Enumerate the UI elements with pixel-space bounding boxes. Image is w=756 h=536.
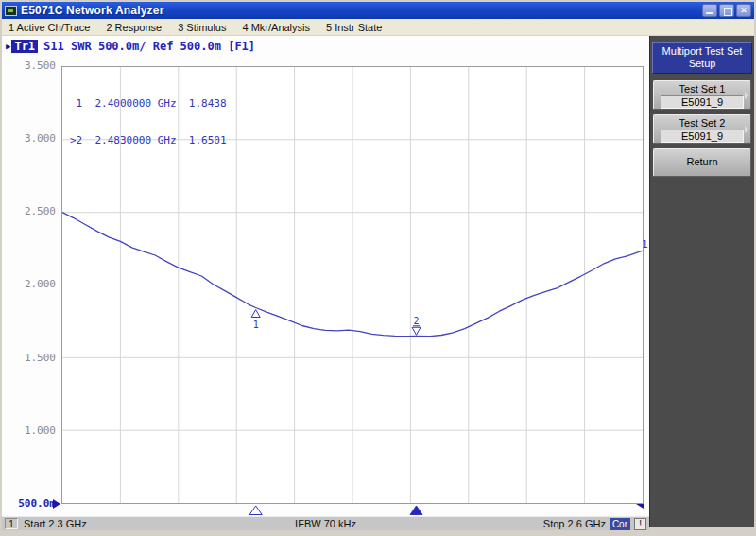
softkey-test-set-2[interactable]: Test Set 2 E5091_9	[653, 114, 751, 144]
minimize-button[interactable]	[702, 4, 717, 17]
marker-readout: 1 2.4000000 GHz 1.8438 >2 2.4830000 GHz …	[70, 73, 227, 171]
y-axis-label: 3.500	[2, 60, 56, 73]
trace-selector-tr1[interactable]: Tr1	[11, 40, 38, 53]
window-title: E5071C Network Analyzer	[21, 4, 164, 17]
y-axis-label: 1.500	[2, 352, 56, 365]
menu-stimulus[interactable]: 3 Stimulus	[178, 22, 226, 33]
window-controls	[702, 4, 751, 17]
softkey-value: E5091_9	[661, 130, 744, 143]
menu-mkr-analysis[interactable]: 4 Mkr/Analysis	[242, 22, 310, 33]
submenu-arrow-icon	[745, 92, 749, 99]
submenu-arrow-icon	[745, 126, 749, 133]
status-bar: 1 Start 2.3 GHz IFBW 70 kHz Stop 2.6 GHz…	[2, 516, 649, 530]
app-icon[interactable]	[5, 6, 17, 16]
active-trace-arrow-icon: ▶	[6, 42, 10, 51]
softkey-menu-title: Multiport Test Set Setup	[652, 42, 752, 74]
reference-level-arrow-left-icon	[53, 499, 60, 509]
y-axis-label: 3.000	[2, 132, 56, 146]
softkey-return[interactable]: Return	[653, 148, 751, 177]
instrument-alert-indicator: !	[634, 518, 646, 530]
marker-2-symbol[interactable]	[412, 327, 421, 335]
ifbw-value: IFBW 70 kHz	[295, 518, 356, 529]
graticule: 112 1 2.4000000 GHz 1.8438 >2 2.4830000 …	[61, 66, 644, 504]
close-button[interactable]	[736, 4, 751, 17]
restore-button[interactable]	[719, 4, 734, 17]
correction-status-badge: Cor	[610, 518, 630, 530]
trace-number-label: 1	[642, 238, 648, 251]
reference-level-label: 500.0m	[2, 497, 56, 510]
marker-1-stimulus-indicator[interactable]	[249, 506, 262, 515]
menu-bar: 1 Active Ch/Trace 2 Response 3 Stimulus …	[2, 19, 754, 36]
analyzer-window: E5071C Network Analyzer 1 Active Ch/Trac…	[0, 0, 756, 536]
start-frequency: Start 2.3 GHz	[24, 518, 87, 529]
menu-active-ch-trace[interactable]: 1 Active Ch/Trace	[9, 22, 90, 33]
marker-2-readout: >2 2.4830000 GHz 1.6501	[70, 134, 227, 147]
y-axis-label: 1.000	[2, 424, 56, 438]
softkey-value: E5091_9	[661, 95, 744, 109]
trace-status-bar: ▶ Tr1 S11 SWR 500.0m/ Ref 500.0m [F1]	[6, 39, 255, 53]
menu-response[interactable]: 2 Response	[106, 22, 162, 33]
marker-2-number: 2	[414, 316, 420, 326]
softkey-test-set-1[interactable]: Test Set 1 E5091_9	[653, 80, 751, 110]
title-bar: E5071C Network Analyzer	[2, 2, 754, 19]
y-axis-label: 2.500	[2, 205, 56, 218]
y-axis-label: 2.000	[2, 278, 56, 291]
stop-frequency: Stop 2.6 GHz	[543, 518, 606, 529]
marker-1-readout: 1 2.4000000 GHz 1.8438	[70, 97, 227, 110]
softkey-label: Test Set 1	[654, 83, 750, 95]
softkey-sidebar: Multiport Test Set Setup Test Set 1 E509…	[649, 36, 754, 527]
trace-format-text: S11 SWR 500.0m/ Ref 500.0m [F1]	[43, 40, 255, 53]
marker-2-stimulus-indicator[interactable]	[410, 506, 422, 515]
analyzer-screen: ▶ Tr1 S11 SWR 500.0m/ Ref 500.0m [F1] 3.…	[2, 36, 649, 516]
softkey-label: Test Set 2	[654, 117, 750, 129]
marker-1-number: 1	[253, 320, 259, 330]
softkey-label: Return	[686, 156, 717, 167]
menu-instr-state[interactable]: 5 Instr State	[326, 22, 382, 33]
channel-number-box: 1	[5, 518, 18, 529]
marker-1-symbol[interactable]	[251, 310, 260, 318]
